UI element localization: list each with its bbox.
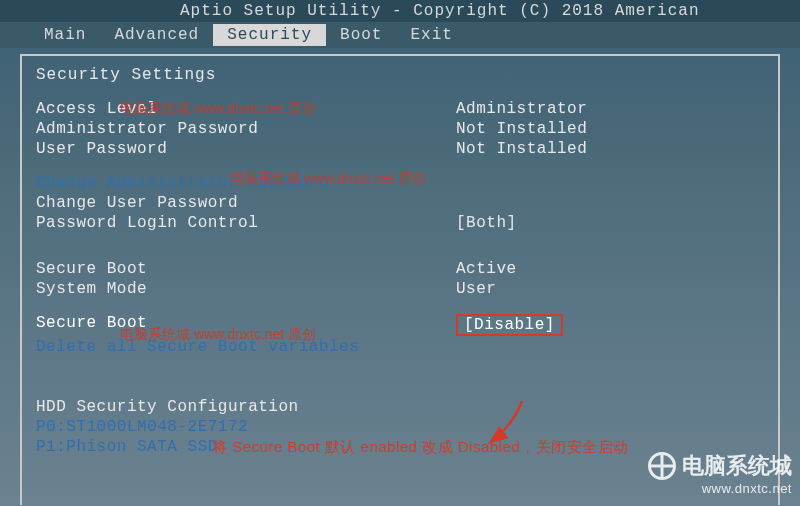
label-secure-boot: Secure Boot bbox=[36, 314, 456, 336]
link-change-user: Change User Password bbox=[36, 194, 456, 212]
row-hdd1[interactable]: P1:Phison SATA SSD bbox=[36, 438, 764, 456]
label-access-level: Access Level bbox=[36, 100, 456, 118]
hdd0: P0:ST1000LM048-2E7172 bbox=[36, 418, 456, 436]
row-change-user[interactable]: Change User Password bbox=[36, 194, 764, 212]
value-secure-boot: [Disable] bbox=[456, 314, 764, 336]
menu-exit[interactable]: Exit bbox=[396, 24, 466, 46]
label-secure-boot-status: Secure Boot bbox=[36, 260, 456, 278]
link-change-admin: Change Administrator Password bbox=[36, 174, 456, 192]
row-hdd0[interactable]: P0:ST1000LM048-2E7172 bbox=[36, 418, 764, 436]
row-admin-pw: Administrator Password Not Installed bbox=[36, 120, 764, 138]
secure-boot-value-box: [Disable] bbox=[456, 314, 563, 336]
hdd-heading: HDD Security Configuration bbox=[36, 398, 456, 416]
label-admin-pw: Administrator Password bbox=[36, 120, 456, 138]
label-user-pw: User Password bbox=[36, 140, 456, 158]
bios-screen: Aptio Setup Utility - Copyright (C) 2018… bbox=[0, 0, 800, 506]
row-system-mode: System Mode User bbox=[36, 280, 764, 298]
value-access-level: Administrator bbox=[456, 100, 764, 118]
section-heading: Security Settings bbox=[36, 66, 764, 84]
value-secure-boot-status: Active bbox=[456, 260, 764, 278]
row-hdd-heading: HDD Security Configuration bbox=[36, 398, 764, 416]
menu-boot[interactable]: Boot bbox=[326, 24, 396, 46]
title-bar: Aptio Setup Utility - Copyright (C) 2018… bbox=[0, 0, 800, 22]
value-system-mode: User bbox=[456, 280, 764, 298]
row-access-level: Access Level Administrator bbox=[36, 100, 764, 118]
menu-advanced[interactable]: Advanced bbox=[100, 24, 213, 46]
settings-panel: Security Settings Access Level Administr… bbox=[20, 54, 780, 505]
hdd1: P1:Phison SATA SSD bbox=[36, 438, 456, 456]
value-user-pw: Not Installed bbox=[456, 140, 764, 158]
value-pw-login: [Both] bbox=[456, 214, 764, 232]
row-user-pw: User Password Not Installed bbox=[36, 140, 764, 158]
row-change-admin[interactable]: Change Administrator Password bbox=[36, 174, 764, 192]
row-delete-vars[interactable]: Delete all Secure Boot variables bbox=[36, 338, 764, 356]
row-secure-boot[interactable]: Secure Boot [Disable] bbox=[36, 314, 764, 336]
row-secure-boot-status: Secure Boot Active bbox=[36, 260, 764, 278]
title-text: Aptio Setup Utility - Copyright (C) 2018… bbox=[180, 2, 699, 20]
label-pw-login: Password Login Control bbox=[36, 214, 456, 232]
menu-security[interactable]: Security bbox=[213, 24, 326, 46]
value-admin-pw: Not Installed bbox=[456, 120, 764, 138]
link-delete-vars: Delete all Secure Boot variables bbox=[36, 338, 456, 356]
row-pw-login[interactable]: Password Login Control [Both] bbox=[36, 214, 764, 232]
menu-main[interactable]: Main bbox=[30, 24, 100, 46]
label-system-mode: System Mode bbox=[36, 280, 456, 298]
menu-bar: Main Advanced Security Boot Exit bbox=[0, 22, 800, 48]
